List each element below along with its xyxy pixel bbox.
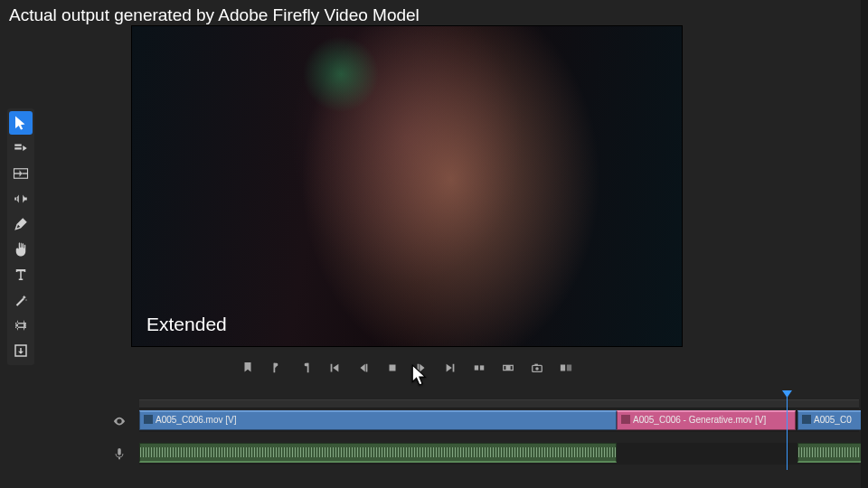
slip-icon xyxy=(13,317,29,333)
go-out-icon xyxy=(444,361,457,374)
hand-tool[interactable] xyxy=(9,238,33,261)
overlay-label: Extended xyxy=(146,314,227,335)
type-icon xyxy=(13,267,29,283)
clip-label: A005_C0 xyxy=(814,415,852,425)
ripple-edit-tool[interactable] xyxy=(9,162,33,185)
camera-icon xyxy=(531,361,543,374)
video-preview[interactable]: Extended xyxy=(132,26,682,346)
svg-rect-11 xyxy=(567,365,571,371)
tool-toolbar xyxy=(7,108,34,365)
add-marker-button[interactable] xyxy=(240,360,256,376)
rolling-icon xyxy=(13,191,29,207)
playhead[interactable] xyxy=(787,394,788,470)
microphone-icon xyxy=(113,447,126,460)
right-rail xyxy=(861,0,868,488)
waveform-icon xyxy=(140,447,616,457)
clip-fx-icon xyxy=(621,415,630,424)
svg-rect-14 xyxy=(802,415,811,424)
track-select-icon xyxy=(13,140,29,156)
svg-rect-6 xyxy=(505,365,510,370)
play-stop-button[interactable] xyxy=(384,360,401,376)
remix-icon xyxy=(13,343,29,359)
svg-rect-13 xyxy=(621,415,630,424)
svg-rect-12 xyxy=(144,415,153,424)
go-to-out-button[interactable] xyxy=(442,360,458,376)
clip-fx-icon xyxy=(144,415,153,424)
mark-out-icon xyxy=(299,361,312,374)
rate-stretch-tool[interactable] xyxy=(9,288,33,312)
compare-icon xyxy=(560,361,572,374)
step-fwd-icon xyxy=(415,361,428,374)
go-in-icon xyxy=(328,361,341,374)
timeline-panel[interactable]: A005_C006.mov [V] A005_C006 - Generative… xyxy=(99,399,859,481)
svg-rect-9 xyxy=(534,364,538,366)
time-ruler[interactable] xyxy=(139,399,859,408)
video-track-toggle[interactable] xyxy=(99,415,139,427)
remix-tool[interactable] xyxy=(9,339,33,362)
video-clip-main[interactable]: A005_C006.mov [V] xyxy=(139,410,617,430)
marker-icon xyxy=(241,361,254,374)
export-frame-button[interactable] xyxy=(529,360,545,376)
svg-rect-10 xyxy=(561,365,565,371)
mark-in-button[interactable] xyxy=(269,360,285,376)
step-forward-button[interactable] xyxy=(413,360,429,376)
selection-tool[interactable] xyxy=(9,111,33,135)
clip-label: A005_C006 - Generative.mov [V] xyxy=(633,415,766,425)
audio-track-a1[interactable] xyxy=(139,443,859,465)
svg-rect-3 xyxy=(475,365,478,370)
video-track-v1[interactable]: A005_C006.mov [V] A005_C006 - Generative… xyxy=(139,410,859,432)
insert-icon xyxy=(473,361,486,374)
hand-icon xyxy=(13,241,29,258)
wand-icon xyxy=(13,292,29,308)
rolling-edit-tool[interactable] xyxy=(9,187,33,211)
video-clip-next[interactable]: A005_C0 xyxy=(797,410,868,430)
svg-rect-2 xyxy=(390,365,396,371)
comparison-view-button[interactable] xyxy=(558,360,574,376)
video-clip-generative[interactable]: A005_C006 - Generative.mov [V] xyxy=(617,410,796,430)
track-select-tool[interactable] xyxy=(9,136,33,160)
pen-tool[interactable] xyxy=(9,212,33,236)
insert-button[interactable] xyxy=(471,360,487,376)
banner-text: Actual output generated by Adobe Firefly… xyxy=(9,5,420,25)
go-to-in-button[interactable] xyxy=(326,360,343,376)
step-back-icon xyxy=(357,361,370,374)
svg-point-8 xyxy=(535,367,539,371)
pen-icon xyxy=(13,216,29,232)
overwrite-button[interactable] xyxy=(500,360,516,376)
slip-tool[interactable] xyxy=(9,314,33,337)
program-monitor: Extended xyxy=(131,25,683,347)
step-back-button[interactable] xyxy=(355,360,372,376)
clip-label: A005_C006.mov [V] xyxy=(156,415,237,425)
mark-out-button[interactable] xyxy=(297,360,314,376)
svg-rect-4 xyxy=(480,365,484,370)
mark-in-icon xyxy=(270,361,283,374)
waveform-icon xyxy=(798,447,868,457)
clip-fx-icon xyxy=(802,415,811,424)
ripple-icon xyxy=(13,165,29,182)
audio-track-toggle[interactable] xyxy=(99,447,139,460)
transport-controls xyxy=(131,354,683,381)
overwrite-icon xyxy=(502,361,514,374)
cursor-icon xyxy=(13,115,29,131)
stop-icon xyxy=(386,361,399,374)
type-tool[interactable] xyxy=(9,263,33,286)
audio-clip-next[interactable] xyxy=(797,443,868,463)
audio-clip-main[interactable] xyxy=(139,443,617,463)
eye-icon xyxy=(113,415,126,427)
